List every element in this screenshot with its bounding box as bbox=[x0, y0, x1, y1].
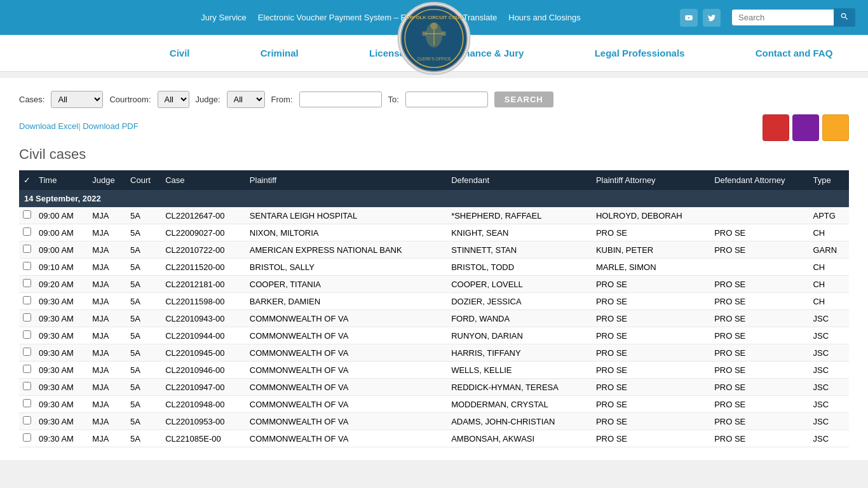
hours-closings-link[interactable]: Hours and Closings bbox=[508, 13, 580, 22]
jury-service-link[interactable]: Jury Service bbox=[201, 13, 247, 22]
cell-time: 09:30 AM bbox=[35, 430, 88, 447]
cell-court: 5A bbox=[126, 276, 161, 293]
cell-plaintiff: BRISTOL, SALLY bbox=[246, 259, 447, 276]
row-checkbox-1[interactable] bbox=[23, 227, 31, 236]
cell-defendant: FORD, WANDA bbox=[447, 310, 592, 327]
col-judge: Judge bbox=[88, 170, 126, 190]
col-time: Time bbox=[35, 170, 88, 190]
cell-case: CL22010943-00 bbox=[161, 310, 246, 327]
row-checkbox-5[interactable] bbox=[23, 296, 31, 304]
cases-select[interactable]: All Civil Criminal bbox=[51, 91, 103, 108]
cell-type: JSC bbox=[809, 396, 849, 413]
nav-contact[interactable]: Contact and FAQ bbox=[746, 48, 843, 58]
cell-defendant: ADAMS, JOHN-CHRISTIAN bbox=[447, 413, 592, 430]
cell-plaintiff-attorney: PRO SE bbox=[592, 396, 710, 413]
cell-plaintiff-attorney: PRO SE bbox=[592, 430, 710, 447]
cell-plaintiff: COOPER, TITANIA bbox=[246, 276, 447, 293]
search-input[interactable] bbox=[732, 10, 834, 25]
cell-defendant-attorney: PRO SE bbox=[710, 293, 809, 310]
cell-type: JSC bbox=[809, 344, 849, 362]
cell-plaintiff: COMMONWEALTH OF VA bbox=[246, 344, 447, 362]
cell-court: 5A bbox=[126, 362, 161, 379]
cell-court: 5A bbox=[126, 259, 161, 276]
cell-judge: MJA bbox=[88, 344, 126, 362]
row-checkbox bbox=[19, 327, 35, 344]
date-label: 14 September, 2022 bbox=[19, 190, 849, 207]
table-row: 09:30 AMMJA5ACL22010944-00COMMONWEALTH O… bbox=[19, 327, 849, 344]
cell-court: 5A bbox=[126, 293, 161, 310]
cell-court: 5A bbox=[126, 430, 161, 447]
red-swatch[interactable] bbox=[763, 114, 789, 141]
cell-judge: MJA bbox=[88, 327, 126, 344]
purple-swatch[interactable] bbox=[792, 114, 819, 141]
cell-plaintiff: COMMONWEALTH OF VA bbox=[246, 327, 447, 344]
row-checkbox-7[interactable] bbox=[23, 330, 31, 339]
cell-defendant-attorney: PRO SE bbox=[710, 224, 809, 241]
row-checkbox bbox=[19, 259, 35, 276]
cell-defendant: BRISTOL, TODD bbox=[447, 259, 592, 276]
row-checkbox-12[interactable] bbox=[23, 416, 31, 424]
row-checkbox-8[interactable] bbox=[23, 348, 31, 356]
cell-defendant-attorney: PRO SE bbox=[710, 276, 809, 293]
row-checkbox-3[interactable] bbox=[23, 262, 31, 270]
cell-judge: MJA bbox=[88, 396, 126, 413]
judge-label: Judge: bbox=[196, 95, 220, 104]
cell-judge: MJA bbox=[88, 207, 126, 224]
cell-type: JSC bbox=[809, 379, 849, 396]
gold-swatch[interactable] bbox=[822, 114, 849, 141]
search-button[interactable] bbox=[834, 8, 855, 27]
col-defendant-attorney: Defendant Attorney bbox=[710, 170, 809, 190]
nav-civil[interactable]: Civil bbox=[160, 48, 200, 58]
search-bar bbox=[732, 8, 855, 27]
cell-time: 09:30 AM bbox=[35, 310, 88, 327]
cell-time: 09:30 AM bbox=[35, 362, 88, 379]
nav-legal[interactable]: Legal Professionals bbox=[585, 48, 695, 58]
judge-select[interactable]: All MJA bbox=[227, 91, 265, 108]
row-checkbox-4[interactable] bbox=[23, 279, 31, 287]
download-pdf-link[interactable]: Download PDF bbox=[83, 121, 138, 131]
courtroom-select[interactable]: All 5A 5B bbox=[158, 91, 189, 108]
cell-plaintiff-attorney: HOLROYD, DEBORAH bbox=[592, 207, 710, 224]
row-checkbox-6[interactable] bbox=[23, 313, 31, 322]
from-date-input[interactable]: 09/14/2022 bbox=[299, 92, 382, 107]
cell-plaintiff-attorney: PRO SE bbox=[592, 413, 710, 430]
cell-plaintiff: NIXON, MILTORIA bbox=[246, 224, 447, 241]
cell-plaintiff: COMMONWEALTH OF VA bbox=[246, 310, 447, 327]
cell-plaintiff-attorney: PRO SE bbox=[592, 293, 710, 310]
cell-time: 09:30 AM bbox=[35, 344, 88, 362]
cell-defendant: HARRIS, TIFFANY bbox=[447, 344, 592, 362]
cell-plaintiff-attorney: PRO SE bbox=[592, 327, 710, 344]
row-checkbox-9[interactable] bbox=[23, 365, 31, 373]
table-row: 09:10 AMMJA5ACL22011520-00BRISTOL, SALLY… bbox=[19, 259, 849, 276]
cell-plaintiff: SENTARA LEIGH HOSPITAL bbox=[246, 207, 447, 224]
cell-case: CL22011520-00 bbox=[161, 259, 246, 276]
courtroom-label: Courtroom: bbox=[109, 95, 151, 104]
cell-time: 09:10 AM bbox=[35, 259, 88, 276]
row-checkbox bbox=[19, 310, 35, 327]
nav-criminal[interactable]: Criminal bbox=[251, 48, 308, 58]
row-checkbox bbox=[19, 362, 35, 379]
row-checkbox-2[interactable] bbox=[23, 245, 31, 253]
cell-case: CL22010945-00 bbox=[161, 344, 246, 362]
row-checkbox-0[interactable] bbox=[23, 210, 31, 219]
cell-time: 09:30 AM bbox=[35, 327, 88, 344]
cell-defendant-attorney: PRO SE bbox=[710, 241, 809, 259]
row-checkbox-13[interactable] bbox=[23, 433, 31, 442]
table-row: 09:00 AMMJA5ACL22012647-00SENTARA LEIGH … bbox=[19, 207, 849, 224]
youtube-icon[interactable] bbox=[680, 9, 698, 27]
cell-judge: MJA bbox=[88, 430, 126, 447]
cell-type: JSC bbox=[809, 362, 849, 379]
search-button[interactable]: SEARCH bbox=[494, 92, 553, 107]
table-row: 09:20 AMMJA5ACL22012181-00COOPER, TITANI… bbox=[19, 276, 849, 293]
row-checkbox bbox=[19, 224, 35, 241]
download-excel-link[interactable]: Download Excel bbox=[19, 121, 78, 131]
cell-plaintiff: COMMONWEALTH OF VA bbox=[246, 396, 447, 413]
row-checkbox-10[interactable] bbox=[23, 382, 31, 390]
cell-plaintiff: COMMONWEALTH OF VA bbox=[246, 413, 447, 430]
row-checkbox-11[interactable] bbox=[23, 399, 31, 407]
twitter-icon[interactable] bbox=[703, 9, 721, 27]
col-check: ✓ bbox=[19, 170, 35, 190]
to-date-input[interactable]: 09/14/2022 bbox=[405, 92, 488, 107]
cell-plaintiff-attorney: KUBIN, PETER bbox=[592, 241, 710, 259]
cell-case: CL22010946-00 bbox=[161, 362, 246, 379]
